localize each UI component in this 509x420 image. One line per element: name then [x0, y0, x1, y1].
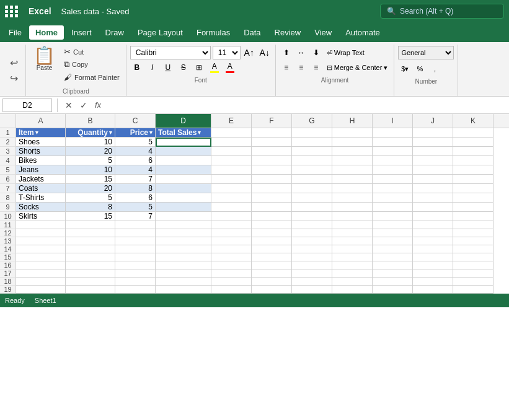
- col-header-f[interactable]: F: [252, 114, 292, 128]
- cell-a12[interactable]: [16, 229, 66, 237]
- cell-e12[interactable]: [211, 229, 252, 237]
- cell-g19[interactable]: [292, 286, 332, 294]
- row-num-4[interactable]: 4: [0, 156, 16, 165]
- row-num-2[interactable]: 2: [0, 138, 16, 147]
- row-num-9[interactable]: 9: [0, 203, 16, 212]
- cell-c2[interactable]: 5: [115, 138, 156, 147]
- cell-a11[interactable]: [16, 221, 66, 229]
- cell-b16[interactable]: [66, 261, 115, 269]
- cell-e13[interactable]: [211, 237, 252, 245]
- cell-d2[interactable]: [156, 138, 211, 147]
- cell-c13[interactable]: [115, 237, 156, 245]
- cell-g3[interactable]: [292, 147, 332, 156]
- cell-d7[interactable]: [156, 184, 211, 193]
- row-num-19[interactable]: 19: [0, 286, 16, 294]
- comma-button[interactable]: ,: [428, 62, 441, 76]
- app-grid-icon[interactable]: [5, 6, 19, 17]
- cell-d11[interactable]: [156, 221, 211, 229]
- cell-c10[interactable]: 7: [115, 212, 156, 221]
- cell-h6[interactable]: [332, 175, 373, 184]
- cell-k4[interactable]: [453, 156, 494, 165]
- cell-j7[interactable]: [413, 184, 453, 193]
- col-header-i[interactable]: I: [373, 114, 413, 128]
- cell-d1[interactable]: Total Sales ▾: [156, 128, 211, 138]
- font-shrink-button[interactable]: A↓: [258, 46, 272, 59]
- font-grow-button[interactable]: A↑: [242, 46, 256, 59]
- cell-e5[interactable]: [211, 165, 252, 175]
- cell-g11[interactable]: [292, 221, 332, 229]
- cell-j17[interactable]: [413, 269, 453, 278]
- cell-f1[interactable]: [252, 128, 292, 138]
- cell-c6[interactable]: 7: [115, 175, 156, 184]
- cell-i4[interactable]: [373, 156, 413, 165]
- cell-i13[interactable]: [373, 237, 413, 245]
- cell-h15[interactable]: [332, 253, 373, 261]
- cell-k2[interactable]: [453, 138, 494, 147]
- cell-d13[interactable]: [156, 237, 211, 245]
- cell-b3[interactable]: 20: [66, 147, 115, 156]
- align-middle-button[interactable]: ↔: [294, 46, 308, 59]
- cell-g8[interactable]: [292, 193, 332, 203]
- cell-d16[interactable]: [156, 261, 211, 269]
- cell-b7[interactable]: 20: [66, 184, 115, 193]
- cell-k3[interactable]: [453, 147, 494, 156]
- cell-c9[interactable]: 5: [115, 203, 156, 212]
- cell-b13[interactable]: [66, 237, 115, 245]
- cell-g18[interactable]: [292, 278, 332, 286]
- cell-i8[interactable]: [373, 193, 413, 203]
- cell-b17[interactable]: [66, 269, 115, 278]
- col-header-b[interactable]: B: [66, 114, 115, 128]
- cell-h8[interactable]: [332, 193, 373, 203]
- cell-h13[interactable]: [332, 237, 373, 245]
- font-family-selector[interactable]: Calibri: [130, 46, 211, 59]
- cell-e1[interactable]: [211, 128, 252, 138]
- cell-a1[interactable]: Item ▾: [16, 128, 66, 138]
- currency-button[interactable]: $▾: [398, 62, 412, 76]
- menu-automate[interactable]: Automate: [339, 25, 386, 40]
- cell-g4[interactable]: [292, 156, 332, 165]
- row-num-13[interactable]: 13: [0, 237, 16, 245]
- cell-i11[interactable]: [373, 221, 413, 229]
- cell-g16[interactable]: [292, 261, 332, 269]
- cell-f9[interactable]: [252, 203, 292, 212]
- cell-e15[interactable]: [211, 253, 252, 261]
- cell-c4[interactable]: 6: [115, 156, 156, 165]
- cell-k9[interactable]: [453, 203, 494, 212]
- cell-f14[interactable]: [252, 245, 292, 253]
- cell-c12[interactable]: [115, 229, 156, 237]
- cell-k7[interactable]: [453, 184, 494, 193]
- menu-file[interactable]: File: [2, 25, 28, 40]
- cell-h17[interactable]: [332, 269, 373, 278]
- cut-button[interactable]: ✂ Cut: [61, 46, 122, 58]
- cell-h10[interactable]: [332, 212, 373, 221]
- menu-home[interactable]: Home: [29, 25, 64, 40]
- cell-e9[interactable]: [211, 203, 252, 212]
- format-painter-button[interactable]: 🖌 Format Painter: [61, 71, 122, 83]
- cell-e19[interactable]: [211, 286, 252, 294]
- cell-c15[interactable]: [115, 253, 156, 261]
- cell-i9[interactable]: [373, 203, 413, 212]
- cell-k18[interactable]: [453, 278, 494, 286]
- cell-j16[interactable]: [413, 261, 453, 269]
- copy-button[interactable]: ⧉ Copy: [61, 58, 122, 71]
- redo-button[interactable]: ↪: [7, 71, 20, 85]
- cell-k6[interactable]: [453, 175, 494, 184]
- row-num-12[interactable]: 12: [0, 229, 16, 237]
- cell-d10[interactable]: [156, 212, 211, 221]
- cell-c1[interactable]: Price ▾: [115, 128, 156, 138]
- cell-i12[interactable]: [373, 229, 413, 237]
- cell-a16[interactable]: [16, 261, 66, 269]
- col-header-k[interactable]: K: [453, 114, 494, 128]
- cell-e3[interactable]: [211, 147, 252, 156]
- row-num-7[interactable]: 7: [0, 184, 16, 193]
- row-num-17[interactable]: 17: [0, 269, 16, 278]
- cell-g12[interactable]: [292, 229, 332, 237]
- cell-k19[interactable]: [453, 286, 494, 294]
- strikethrough-button[interactable]: S: [177, 61, 190, 74]
- cell-h18[interactable]: [332, 278, 373, 286]
- cell-f13[interactable]: [252, 237, 292, 245]
- cell-d9[interactable]: [156, 203, 211, 212]
- row-num-3[interactable]: 3: [0, 147, 16, 156]
- cell-i5[interactable]: [373, 165, 413, 175]
- cell-b1[interactable]: Quantity ▾: [66, 128, 115, 138]
